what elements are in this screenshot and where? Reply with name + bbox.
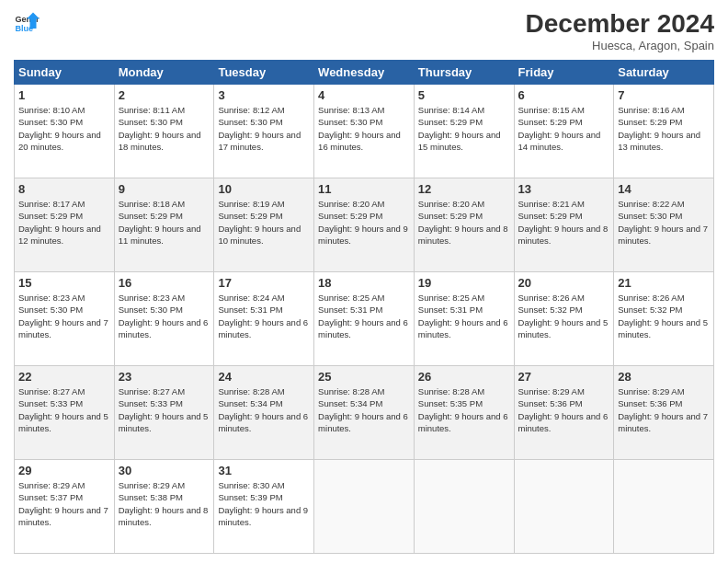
day-info: Sunrise: 8:26 AMSunset: 5:32 PMDaylight:… <box>618 292 710 340</box>
day-info: Sunrise: 8:28 AMSunset: 5:34 PMDaylight:… <box>318 385 410 434</box>
col-tuesday: Tuesday <box>214 61 314 85</box>
table-cell: 26 Sunrise: 8:28 AMSunset: 5:35 PMDaylig… <box>414 366 514 460</box>
col-saturday: Saturday <box>614 61 714 85</box>
day-info: Sunrise: 8:27 AMSunset: 5:33 PMDaylight:… <box>119 385 210 434</box>
day-number: 10 <box>218 182 310 196</box>
table-cell: 5 Sunrise: 8:14 AMSunset: 5:29 PMDayligh… <box>414 85 514 178</box>
day-number: 25 <box>318 370 410 384</box>
day-number: 21 <box>618 276 710 290</box>
day-info: Sunrise: 8:11 AMSunset: 5:30 PMDaylight:… <box>119 104 210 153</box>
col-wednesday: Wednesday <box>314 61 415 85</box>
day-info: Sunrise: 8:21 AMSunset: 5:29 PMDaylight:… <box>518 198 610 247</box>
day-number: 18 <box>318 276 410 290</box>
day-info: Sunrise: 8:19 AMSunset: 5:29 PMDaylight:… <box>218 198 310 247</box>
table-cell: 20 Sunrise: 8:26 AMSunset: 5:32 PMDaylig… <box>514 272 614 366</box>
table-cell: 12 Sunrise: 8:20 AMSunset: 5:29 PMDaylig… <box>414 178 514 272</box>
day-number: 13 <box>518 182 610 196</box>
day-number: 29 <box>18 464 110 477</box>
day-number: 24 <box>218 370 310 384</box>
day-info: Sunrise: 8:25 AMSunset: 5:31 PMDaylight:… <box>318 292 410 340</box>
day-info: Sunrise: 8:22 AMSunset: 5:30 PMDaylight:… <box>618 198 710 247</box>
table-row: 8 Sunrise: 8:17 AMSunset: 5:29 PMDayligh… <box>15 178 714 272</box>
table-cell: 28 Sunrise: 8:29 AMSunset: 5:36 PMDaylig… <box>614 366 714 460</box>
table-row: 29 Sunrise: 8:29 AMSunset: 5:37 PMDaylig… <box>15 460 714 554</box>
day-info: Sunrise: 8:28 AMSunset: 5:35 PMDaylight:… <box>418 385 510 434</box>
day-number: 12 <box>418 182 510 196</box>
day-number: 19 <box>418 276 510 290</box>
table-cell: 24 Sunrise: 8:28 AMSunset: 5:34 PMDaylig… <box>214 366 314 460</box>
col-sunday: Sunday <box>15 61 115 85</box>
day-info: Sunrise: 8:29 AMSunset: 5:38 PMDaylight:… <box>119 479 210 528</box>
day-info: Sunrise: 8:20 AMSunset: 5:29 PMDaylight:… <box>318 198 410 247</box>
day-number: 17 <box>218 276 310 290</box>
table-cell <box>514 460 614 554</box>
day-number: 22 <box>18 370 110 384</box>
table-cell: 9 Sunrise: 8:18 AMSunset: 5:29 PMDayligh… <box>114 178 214 272</box>
day-info: Sunrise: 8:16 AMSunset: 5:29 PMDaylight:… <box>618 104 710 153</box>
table-cell <box>414 460 514 554</box>
table-cell: 27 Sunrise: 8:29 AMSunset: 5:36 PMDaylig… <box>514 366 614 460</box>
day-number: 9 <box>119 182 210 196</box>
day-info: Sunrise: 8:25 AMSunset: 5:31 PMDaylight:… <box>418 292 510 340</box>
table-row: 15 Sunrise: 8:23 AMSunset: 5:30 PMDaylig… <box>15 272 714 366</box>
table-cell: 22 Sunrise: 8:27 AMSunset: 5:33 PMDaylig… <box>15 366 115 460</box>
table-cell: 31 Sunrise: 8:30 AMSunset: 5:39 PMDaylig… <box>214 460 314 554</box>
table-cell: 14 Sunrise: 8:22 AMSunset: 5:30 PMDaylig… <box>614 178 714 272</box>
table-cell: 4 Sunrise: 8:13 AMSunset: 5:30 PMDayligh… <box>314 85 415 178</box>
table-cell: 17 Sunrise: 8:24 AMSunset: 5:31 PMDaylig… <box>214 272 314 366</box>
logo-icon: General Blue <box>14 9 40 35</box>
day-number: 2 <box>119 88 210 102</box>
day-info: Sunrise: 8:18 AMSunset: 5:29 PMDaylight:… <box>119 198 210 247</box>
day-number: 4 <box>318 88 410 102</box>
day-info: Sunrise: 8:29 AMSunset: 5:37 PMDaylight:… <box>18 479 110 528</box>
table-cell: 30 Sunrise: 8:29 AMSunset: 5:38 PMDaylig… <box>114 460 214 554</box>
location: Huesca, Aragon, Spain <box>526 39 714 52</box>
day-number: 15 <box>18 276 110 290</box>
table-cell: 11 Sunrise: 8:20 AMSunset: 5:29 PMDaylig… <box>314 178 415 272</box>
table-cell: 7 Sunrise: 8:16 AMSunset: 5:29 PMDayligh… <box>614 85 714 178</box>
table-cell: 2 Sunrise: 8:11 AMSunset: 5:30 PMDayligh… <box>114 85 214 178</box>
day-number: 11 <box>318 182 410 196</box>
table-cell: 21 Sunrise: 8:26 AMSunset: 5:32 PMDaylig… <box>614 272 714 366</box>
calendar-table: Sunday Monday Tuesday Wednesday Thursday… <box>14 60 714 554</box>
day-number: 5 <box>418 88 510 102</box>
day-info: Sunrise: 8:28 AMSunset: 5:34 PMDaylight:… <box>218 385 310 434</box>
day-info: Sunrise: 8:24 AMSunset: 5:31 PMDaylight:… <box>218 292 310 340</box>
table-cell: 8 Sunrise: 8:17 AMSunset: 5:29 PMDayligh… <box>15 178 115 272</box>
day-info: Sunrise: 8:13 AMSunset: 5:30 PMDaylight:… <box>318 104 410 153</box>
day-info: Sunrise: 8:14 AMSunset: 5:29 PMDaylight:… <box>418 104 510 153</box>
table-cell: 1 Sunrise: 8:10 AMSunset: 5:30 PMDayligh… <box>15 85 115 178</box>
day-info: Sunrise: 8:17 AMSunset: 5:29 PMDaylight:… <box>18 198 110 247</box>
day-number: 31 <box>218 464 310 477</box>
day-info: Sunrise: 8:10 AMSunset: 5:30 PMDaylight:… <box>18 104 110 153</box>
day-number: 20 <box>518 276 610 290</box>
day-info: Sunrise: 8:20 AMSunset: 5:29 PMDaylight:… <box>418 198 510 247</box>
day-number: 6 <box>518 88 610 102</box>
day-info: Sunrise: 8:23 AMSunset: 5:30 PMDaylight:… <box>18 292 110 340</box>
day-number: 30 <box>119 464 210 477</box>
table-cell <box>614 460 714 554</box>
main-container: General Blue December 2024 Huesca, Arago… <box>0 0 728 563</box>
day-number: 28 <box>618 370 710 384</box>
table-cell: 6 Sunrise: 8:15 AMSunset: 5:29 PMDayligh… <box>514 85 614 178</box>
calendar-header-row: Sunday Monday Tuesday Wednesday Thursday… <box>15 61 714 85</box>
col-thursday: Thursday <box>414 61 514 85</box>
table-cell: 3 Sunrise: 8:12 AMSunset: 5:30 PMDayligh… <box>214 85 314 178</box>
table-cell: 29 Sunrise: 8:29 AMSunset: 5:37 PMDaylig… <box>15 460 115 554</box>
day-info: Sunrise: 8:23 AMSunset: 5:30 PMDaylight:… <box>119 292 210 340</box>
day-number: 1 <box>18 88 110 102</box>
header: General Blue December 2024 Huesca, Arago… <box>14 9 714 52</box>
day-number: 26 <box>418 370 510 384</box>
day-info: Sunrise: 8:30 AMSunset: 5:39 PMDaylight:… <box>218 479 310 528</box>
logo: General Blue <box>14 9 40 35</box>
table-cell: 16 Sunrise: 8:23 AMSunset: 5:30 PMDaylig… <box>114 272 214 366</box>
day-number: 14 <box>618 182 710 196</box>
day-info: Sunrise: 8:12 AMSunset: 5:30 PMDaylight:… <box>218 104 310 153</box>
table-cell: 18 Sunrise: 8:25 AMSunset: 5:31 PMDaylig… <box>314 272 415 366</box>
col-monday: Monday <box>114 61 214 85</box>
day-number: 8 <box>18 182 110 196</box>
title-section: December 2024 Huesca, Aragon, Spain <box>526 9 714 52</box>
day-info: Sunrise: 8:29 AMSunset: 5:36 PMDaylight:… <box>518 385 610 434</box>
day-number: 16 <box>119 276 210 290</box>
table-row: 22 Sunrise: 8:27 AMSunset: 5:33 PMDaylig… <box>15 366 714 460</box>
